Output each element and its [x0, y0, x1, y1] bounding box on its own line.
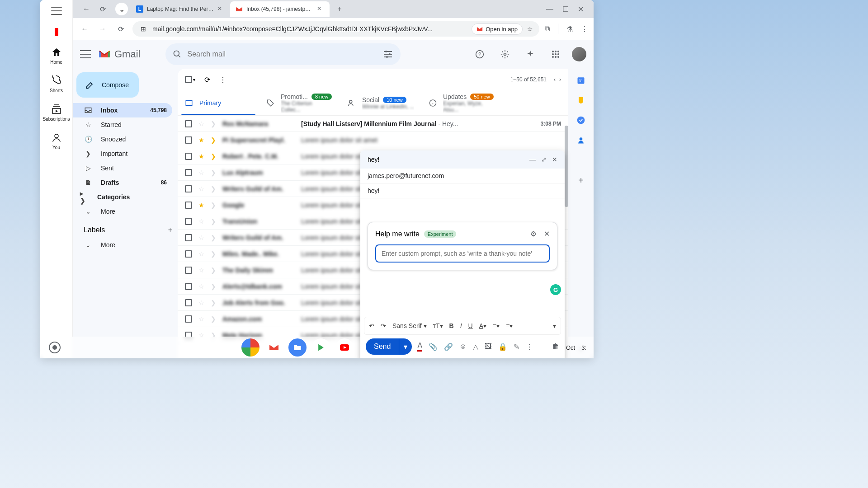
list-icon[interactable]: ≡▾ — [506, 322, 513, 329]
add-panel-icon[interactable]: + — [578, 175, 584, 186]
play-store-icon[interactable] — [312, 338, 330, 357]
important-marker-icon[interactable]: ❯ — [211, 267, 216, 274]
compose-more-icon[interactable]: ⋮ — [526, 343, 533, 351]
row-checkbox[interactable] — [185, 169, 192, 176]
important-marker-icon[interactable]: ❯ — [211, 234, 216, 241]
tab-promotions[interactable]: Promoti...8 new The Criterion Collec... — [259, 90, 340, 115]
next-page-icon[interactable]: › — [559, 76, 561, 83]
more-icon[interactable]: ⋮ — [219, 75, 226, 84]
chrome-menu-icon[interactable]: ⋮ — [581, 25, 588, 33]
sparkle-icon[interactable] — [521, 45, 539, 63]
row-checkbox[interactable] — [185, 299, 192, 306]
signature-icon[interactable]: ✎ — [514, 343, 519, 351]
send-button[interactable]: Send ▾ — [366, 338, 412, 355]
star-icon[interactable]: ☆ — [198, 169, 204, 176]
row-checkbox[interactable] — [185, 283, 192, 290]
star-icon[interactable]: ☆ — [198, 250, 204, 258]
fullscreen-compose-icon[interactable]: ⤢ — [541, 156, 547, 163]
shelf-time[interactable]: 3: — [581, 344, 586, 351]
star-icon[interactable]: ☆ — [198, 315, 204, 323]
star-icon[interactable]: ★ — [198, 202, 204, 209]
gmail-logo[interactable]: Gmail — [98, 48, 140, 61]
star-icon[interactable]: ☆ — [198, 234, 204, 241]
star-icon[interactable]: ★ — [198, 153, 204, 160]
youtube-logo-icon[interactable] — [55, 28, 58, 36]
important-marker-icon[interactable]: ❯ — [211, 283, 216, 290]
account-avatar[interactable] — [572, 47, 586, 61]
apps-icon[interactable] — [547, 45, 565, 63]
launcher-icon[interactable] — [47, 340, 62, 355]
hamburger-icon[interactable] — [51, 5, 62, 16]
close-icon[interactable]: ✕ — [217, 5, 225, 13]
tab-primary[interactable]: Primary — [178, 90, 259, 115]
files-app-icon[interactable] — [288, 338, 307, 357]
row-checkbox[interactable] — [185, 120, 192, 127]
tasks-icon[interactable] — [576, 116, 585, 125]
compose-body[interactable]: Help me write Experiment ⚙ ✕ G — [360, 198, 565, 317]
star-icon[interactable]: ★ — [198, 136, 204, 144]
row-checkbox[interactable] — [185, 315, 192, 323]
search-options-icon[interactable] — [382, 49, 393, 60]
emoji-icon[interactable]: ☺ — [459, 343, 467, 351]
row-checkbox[interactable] — [185, 202, 192, 209]
select-all-checkbox[interactable]: ▾ — [185, 76, 195, 83]
important-marker-icon[interactable]: ❯ — [211, 299, 216, 306]
sidebar-item-subscriptions[interactable]: Subscriptions — [42, 104, 70, 122]
star-icon[interactable]: ☆ — [198, 120, 204, 127]
star-icon[interactable]: ☆ — [198, 185, 204, 192]
tab-social[interactable]: Social10 new Winnie at LinkedIn, ... — [340, 90, 422, 115]
bookmark-icon[interactable]: ☆ — [527, 25, 533, 33]
font-select[interactable]: Sans Serif▾ — [392, 322, 427, 329]
redo-icon[interactable]: ↷ — [381, 322, 386, 329]
site-info-icon[interactable]: ⊞ — [139, 24, 148, 33]
bold-icon[interactable]: B — [449, 322, 454, 329]
important-marker-icon[interactable]: ❯ — [211, 169, 216, 176]
nav-categories[interactable]: ▸ ❯Categories — [73, 190, 172, 204]
keep-icon[interactable] — [576, 96, 585, 105]
extensions-icon[interactable]: ⧉ — [545, 25, 550, 33]
refresh-icon[interactable]: ⟳ — [204, 75, 210, 84]
nav-snoozed[interactable]: 🕐Snoozed — [73, 132, 172, 146]
tab-updates[interactable]: Updates50 new Experian, Wyze, Atsu... — [422, 90, 503, 115]
sidebar-item-home[interactable]: Home — [50, 47, 62, 65]
close-icon[interactable]: ✕ — [317, 5, 324, 13]
star-icon[interactable]: ☆ — [198, 299, 204, 306]
new-tab-button[interactable]: + — [333, 3, 346, 15]
font-size-icon[interactable]: тT▾ — [433, 322, 443, 329]
tab-search-dropdown[interactable]: ⌄ — [115, 3, 128, 15]
format-toggle-icon[interactable]: A — [417, 342, 422, 352]
compose-header[interactable]: hey! — ⤢ ✕ — [360, 150, 565, 169]
compose-button[interactable]: Compose — [76, 72, 139, 98]
subject-field[interactable]: hey! — [360, 183, 565, 198]
close-window-icon[interactable]: ✕ — [578, 5, 584, 14]
align-icon[interactable]: ≡▾ — [493, 322, 500, 329]
maximize-icon[interactable]: ☐ — [562, 5, 569, 14]
star-icon[interactable]: ☆ — [198, 283, 204, 290]
send-options-icon[interactable]: ▾ — [399, 338, 412, 355]
attach-icon[interactable]: 📎 — [429, 343, 438, 351]
add-label-button[interactable]: + — [168, 226, 172, 234]
important-marker-icon[interactable]: ❯ — [211, 315, 216, 323]
labs-icon[interactable]: ⚗ — [566, 25, 573, 33]
important-marker-icon[interactable]: ❯ — [211, 202, 216, 209]
important-marker-icon[interactable]: ❯ — [211, 120, 216, 127]
sidebar-item-you[interactable]: You — [51, 132, 62, 150]
star-icon[interactable]: ☆ — [198, 218, 204, 225]
contacts-icon[interactable] — [576, 136, 585, 145]
reload-button[interactable]: ⟳ — [114, 23, 127, 35]
labels-more[interactable]: ⌄More — [73, 238, 172, 252]
nav-important[interactable]: ❯Important — [73, 146, 172, 161]
search-input[interactable] — [187, 50, 377, 58]
chrome-app-icon[interactable] — [241, 338, 259, 357]
tab-back-icon[interactable]: ← — [80, 3, 93, 15]
browser-tab-gmail[interactable]: Inbox (45,798) - jamestpero@g ✕ — [230, 1, 330, 17]
youtube-app-icon[interactable] — [335, 338, 354, 357]
important-marker-icon[interactable]: ❯ — [211, 185, 216, 192]
undo-icon[interactable]: ↶ — [369, 322, 374, 329]
main-menu-icon[interactable] — [80, 49, 91, 60]
help-write-input[interactable] — [375, 244, 550, 263]
address-bar[interactable]: ⊞ mail.google.com/mail/u/1/#inbox?compos… — [132, 21, 539, 37]
row-checkbox[interactable] — [185, 250, 192, 258]
mail-row[interactable]: ★ ❯ Pi Supersecret Playl. Lorem ipsum do… — [178, 132, 568, 148]
row-checkbox[interactable] — [185, 234, 192, 241]
